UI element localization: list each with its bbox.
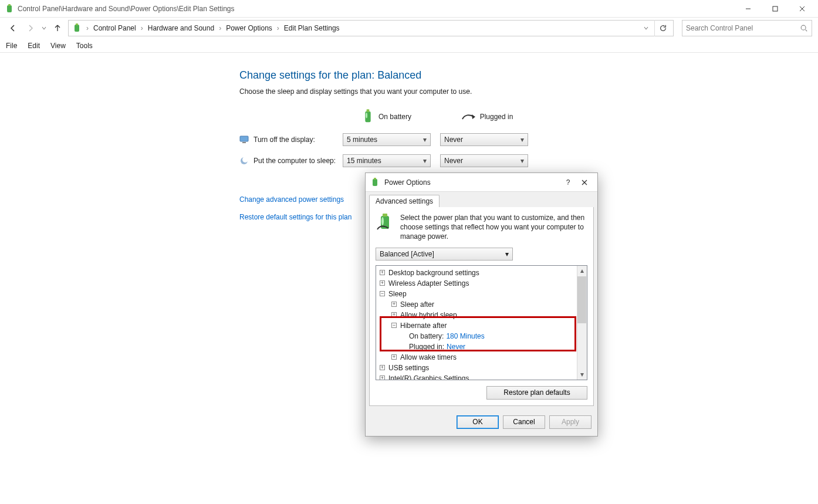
search-box[interactable] xyxy=(682,20,812,36)
monitor-icon xyxy=(239,135,249,144)
battery-icon xyxy=(362,109,374,125)
menu-edit[interactable]: Edit xyxy=(28,42,40,50)
power-options-icon xyxy=(5,4,14,13)
dialog-tabstrip: Advanced settings xyxy=(366,194,597,207)
navigation-row: › Control Panel › Hardware and Sound › P… xyxy=(0,18,818,39)
tree-item-sleep-after[interactable]: +Sleep after xyxy=(378,299,587,310)
chevron-right-icon[interactable]: › xyxy=(140,24,144,32)
window-title: Control Panel\Hardware and Sound\Power O… xyxy=(18,5,235,13)
cancel-button[interactable]: Cancel xyxy=(503,415,545,429)
forward-button[interactable] xyxy=(23,21,38,35)
svg-point-23 xyxy=(381,217,384,225)
svg-rect-18 xyxy=(374,178,376,180)
window-titlebar: Control Panel\Hardware and Sound\Power O… xyxy=(0,0,818,18)
breadcrumb-item[interactable]: Power Options xyxy=(224,23,275,33)
column-label: Plugged in xyxy=(480,113,513,121)
page-heading: Change settings for the plan: Balanced xyxy=(239,69,818,82)
row-sleep-label: Put the computer to sleep: xyxy=(239,156,343,165)
chevron-right-icon[interactable]: › xyxy=(276,24,280,32)
restore-plan-defaults-button[interactable]: Restore plan defaults xyxy=(486,386,587,400)
dialog-button-row: OK Cancel Apply xyxy=(366,410,597,436)
dialog-help-button[interactable]: ? xyxy=(560,175,576,190)
display-battery-dropdown[interactable]: 5 minutes▾ xyxy=(343,133,431,146)
dialog-tabpanel: Select the power plan that you want to c… xyxy=(369,207,594,406)
page-subheading: Choose the sleep and display settings th… xyxy=(239,87,818,96)
dialog-description: Select the power plan that you want to c… xyxy=(400,213,587,242)
search-input[interactable] xyxy=(686,24,800,32)
close-button[interactable] xyxy=(789,0,816,18)
svg-point-16 xyxy=(242,157,248,163)
svg-rect-14 xyxy=(242,142,246,143)
settings-grid: On battery Plugged in Turn off the displ… xyxy=(239,109,818,167)
scrollbar-thumb[interactable] xyxy=(577,276,586,323)
maximize-button[interactable] xyxy=(762,0,789,18)
svg-rect-7 xyxy=(76,23,78,25)
chevron-right-icon[interactable]: › xyxy=(218,24,222,32)
svg-rect-6 xyxy=(75,25,79,32)
up-button[interactable] xyxy=(50,21,65,35)
sleep-battery-dropdown[interactable]: 15 minutes▾ xyxy=(343,154,431,167)
tree-item-hybrid-sleep[interactable]: +Allow hybrid sleep xyxy=(378,310,587,320)
row-display-label: Turn off the display: xyxy=(239,135,343,144)
power-options-icon xyxy=(370,178,380,187)
scroll-down-button[interactable]: ▾ xyxy=(577,370,587,380)
power-plan-icon xyxy=(376,213,394,232)
moon-icon xyxy=(239,156,249,165)
column-plugged-in: Plugged in xyxy=(440,112,528,121)
chevron-down-icon: ▾ xyxy=(505,250,509,258)
svg-point-12 xyxy=(366,113,367,118)
settings-tree: +Desktop background settings +Wireless A… xyxy=(376,265,587,380)
svg-rect-13 xyxy=(240,136,248,141)
scroll-up-button[interactable]: ▴ xyxy=(577,266,587,276)
address-bar[interactable]: › Control Panel › Hardware and Sound › P… xyxy=(68,20,674,36)
breadcrumb-item[interactable]: Edit Plan Settings xyxy=(282,23,342,33)
chevron-down-icon: ▾ xyxy=(423,136,427,144)
sleep-plugged-dropdown[interactable]: Never▾ xyxy=(440,154,528,167)
plan-dropdown[interactable]: Balanced [Active]▾ xyxy=(376,248,513,261)
tab-advanced-settings[interactable]: Advanced settings xyxy=(369,195,440,207)
menu-bar: File Edit View Tools xyxy=(0,39,818,53)
tree-item-desktop-bg[interactable]: +Desktop background settings xyxy=(378,268,587,278)
svg-line-9 xyxy=(806,29,807,31)
menu-tools[interactable]: Tools xyxy=(76,42,93,50)
menu-file[interactable]: File xyxy=(6,42,17,50)
menu-view[interactable]: View xyxy=(50,42,66,50)
svg-rect-0 xyxy=(7,5,12,12)
breadcrumb-item[interactable]: Control Panel xyxy=(91,23,138,33)
svg-rect-11 xyxy=(367,109,370,112)
svg-rect-3 xyxy=(773,6,778,11)
power-options-icon xyxy=(72,23,82,33)
tree-item-wake-timers[interactable]: +Allow wake timers xyxy=(378,352,587,363)
ok-button[interactable]: OK xyxy=(457,415,499,429)
chevron-down-icon: ▾ xyxy=(520,136,524,144)
column-on-battery: On battery xyxy=(343,109,431,125)
recent-locations-button[interactable] xyxy=(41,23,47,33)
tree-item-hibernate-after[interactable]: −Hibernate after xyxy=(378,320,587,331)
tree-item-intel-graphics[interactable]: +Intel(R) Graphics Settings xyxy=(378,373,587,380)
dialog-title: Power Options xyxy=(384,178,560,187)
svg-point-8 xyxy=(801,25,806,30)
back-button[interactable] xyxy=(6,21,20,35)
display-plugged-dropdown[interactable]: Never▾ xyxy=(440,133,528,146)
tree-value-hibernate-plugged[interactable]: Plugged in:Never xyxy=(378,341,587,352)
address-dropdown-button[interactable] xyxy=(640,26,652,31)
plug-icon xyxy=(461,112,475,121)
power-options-dialog: Power Options ? Advanced settings Select… xyxy=(365,172,598,437)
svg-rect-22 xyxy=(383,214,387,217)
breadcrumb-item[interactable]: Hardware and Sound xyxy=(146,23,217,33)
tree-item-sleep[interactable]: −Sleep xyxy=(378,289,587,299)
refresh-button[interactable] xyxy=(654,20,671,36)
tree-item-usb[interactable]: +USB settings xyxy=(378,363,587,373)
search-icon[interactable] xyxy=(800,24,808,32)
chevron-down-icon: ▾ xyxy=(520,157,524,165)
tree-value-hibernate-battery[interactable]: On battery:180 Minutes xyxy=(378,331,587,341)
minimize-button[interactable] xyxy=(735,0,762,18)
chevron-down-icon: ▾ xyxy=(423,157,427,165)
apply-button[interactable]: Apply xyxy=(549,415,591,429)
dialog-close-button[interactable] xyxy=(576,175,593,190)
chevron-right-icon[interactable]: › xyxy=(85,24,90,32)
svg-rect-1 xyxy=(8,4,11,6)
column-label: On battery xyxy=(378,113,411,121)
tree-item-wireless[interactable]: +Wireless Adapter Settings xyxy=(378,278,587,289)
dialog-titlebar: Power Options ? xyxy=(366,173,597,192)
